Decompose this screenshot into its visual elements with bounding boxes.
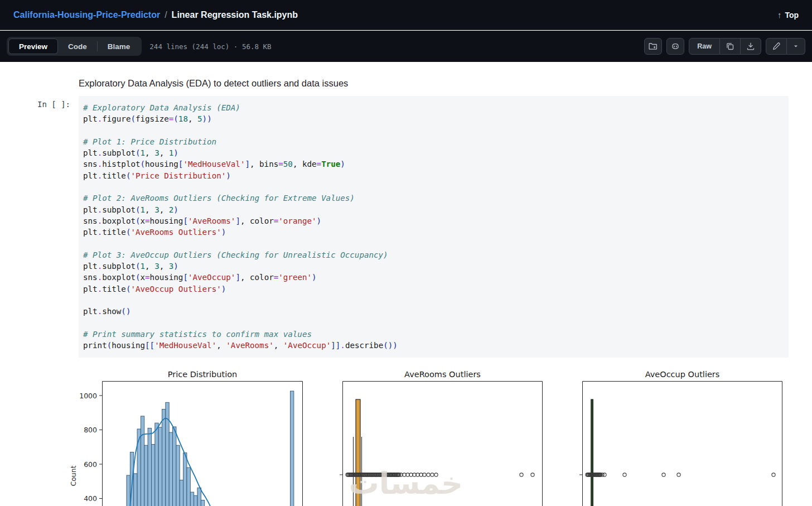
page-header: California-Housing-Price-Predictor / Lin…: [0, 0, 812, 30]
breadcrumb-repo-link[interactable]: California-Housing-Price-Predictor: [13, 10, 160, 20]
copy-icon: [726, 42, 734, 51]
svg-text:AveRooms Outliers: AveRooms Outliers: [404, 370, 481, 379]
breadcrumb-file-name: Linear Regression Task.ipynb: [172, 10, 298, 20]
svg-text:600: 600: [84, 460, 97, 469]
notebook-preview: Exploratory Data Analysis (EDA) to detec…: [0, 62, 812, 506]
edit-actions-group: [766, 38, 805, 55]
folder-sparkle-icon: [649, 42, 658, 51]
markdown-cell: Exploratory Data Analysis (EDA) to detec…: [79, 78, 348, 89]
github-file-preview-page: California-Housing-Price-Predictor / Lin…: [0, 0, 812, 506]
code-cell: # Exploratory Data Analysis (EDA)plt.fig…: [79, 96, 789, 358]
chevron-down-icon: [792, 43, 799, 50]
copy-raw-button[interactable]: [720, 38, 741, 55]
output-area: Price Distribution4006008001000CountAveR…: [0, 365, 812, 506]
raw-actions-group: Raw: [689, 38, 761, 55]
svg-text:AveOccup Outliers: AveOccup Outliers: [645, 370, 720, 379]
pencil-icon: [772, 42, 781, 51]
back-to-top-link[interactable]: ↑ Top: [777, 10, 799, 20]
tab-blame[interactable]: Blame: [98, 38, 141, 54]
svg-text:Price Distribution: Price Distribution: [168, 370, 238, 379]
svg-text:1000: 1000: [79, 392, 97, 400]
copilot-icon: [671, 42, 680, 51]
edit-dropdown-button[interactable]: [787, 38, 805, 55]
svg-text:Count: Count: [69, 465, 78, 486]
svg-text:800: 800: [84, 426, 97, 434]
download-raw-button[interactable]: [741, 38, 761, 55]
tab-code[interactable]: Code: [58, 38, 97, 54]
file-actions: Raw: [644, 38, 805, 55]
raw-label: Raw: [695, 42, 714, 50]
view-switcher: Preview Code Blame: [7, 37, 142, 56]
file-toolbar: Preview Code Blame 244 lines (244 loc) ·…: [0, 31, 812, 62]
breadcrumb: California-Housing-Price-Predictor / Lin…: [13, 10, 298, 20]
cell-prompt: In [ ]:: [21, 100, 70, 109]
code-lines: # Exploratory Data Analysis (EDA)plt.fig…: [83, 102, 784, 351]
breadcrumb-separator: /: [165, 10, 167, 20]
tab-preview[interactable]: Preview: [8, 38, 58, 54]
up-arrow-icon: ↑: [777, 10, 782, 20]
edit-file-button[interactable]: [766, 38, 787, 55]
raw-button[interactable]: Raw: [689, 38, 720, 55]
copilot-button[interactable]: [666, 38, 684, 55]
open-symbols-panel-button[interactable]: [644, 38, 662, 55]
svg-text:400: 400: [84, 494, 97, 503]
file-info-text: 244 lines (244 loc) · 56.8 KB: [149, 42, 271, 51]
output-figure: Price Distribution4006008001000CountAveR…: [0, 365, 812, 506]
back-to-top-label: Top: [785, 11, 799, 20]
download-icon: [746, 42, 755, 51]
